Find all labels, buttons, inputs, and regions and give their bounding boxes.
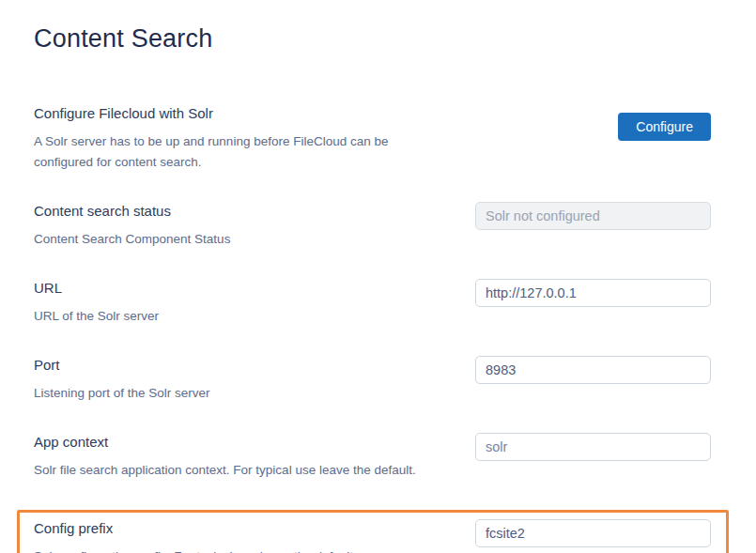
page-title: Content Search (34, 24, 711, 54)
url-input[interactable] (475, 279, 711, 307)
app-context-description: Solr file search application context. Fo… (34, 460, 451, 481)
content-search-status-input (475, 202, 711, 230)
row-content-search-status-text: Content search status Content Search Com… (34, 202, 475, 250)
app-context-input[interactable] (475, 433, 711, 461)
row-config-prefix-field (475, 519, 711, 547)
row-url-text: URL URL of the Solr server (34, 279, 475, 327)
row-port-text: Port Listening port of the Solr server (34, 356, 475, 404)
app-context-label: App context (34, 433, 451, 452)
row-app-context: App context Solr file search application… (34, 433, 711, 481)
row-app-context-field (475, 433, 711, 461)
row-content-search-status: Content search status Content Search Com… (34, 202, 711, 250)
config-prefix-input[interactable] (475, 519, 711, 547)
row-url-field (475, 279, 711, 307)
row-port-field (475, 356, 711, 384)
configure-solr-label: Configure Filecloud with Solr (34, 104, 451, 123)
port-description: Listening port of the Solr server (34, 383, 451, 404)
row-config-prefix: Config prefix Solr configuration prefix.… (34, 519, 711, 553)
config-prefix-description: Solr configuration prefix. For typical u… (34, 546, 451, 553)
row-configure-solr-action: Configure (475, 104, 711, 141)
row-port: Port Listening port of the Solr server (34, 356, 711, 404)
row-app-context-text: App context Solr file search application… (34, 433, 475, 481)
content-search-settings-page: Content Search Configure Filecloud with … (0, 0, 756, 553)
url-description: URL of the Solr server (34, 306, 451, 327)
config-prefix-description-line1: Solr configuration prefix. For typical u… (34, 546, 451, 553)
port-label: Port (34, 356, 451, 375)
row-configure-solr: Configure Filecloud with Solr A Solr ser… (34, 104, 711, 173)
port-input[interactable] (475, 356, 711, 384)
configure-button[interactable]: Configure (618, 113, 711, 141)
content-search-status-description: Content Search Component Status (34, 229, 451, 250)
config-prefix-label: Config prefix (34, 519, 451, 538)
configure-solr-description: A Solr server has to be up and running b… (34, 131, 451, 173)
url-label: URL (34, 279, 451, 298)
row-url: URL URL of the Solr server (34, 279, 711, 327)
content-search-status-label: Content search status (34, 202, 451, 221)
config-prefix-highlight-annotation: Config prefix Solr configuration prefix.… (17, 510, 729, 553)
row-content-search-status-field (475, 202, 711, 230)
row-configure-solr-text: Configure Filecloud with Solr A Solr ser… (34, 104, 475, 173)
row-config-prefix-text: Config prefix Solr configuration prefix.… (34, 519, 475, 553)
